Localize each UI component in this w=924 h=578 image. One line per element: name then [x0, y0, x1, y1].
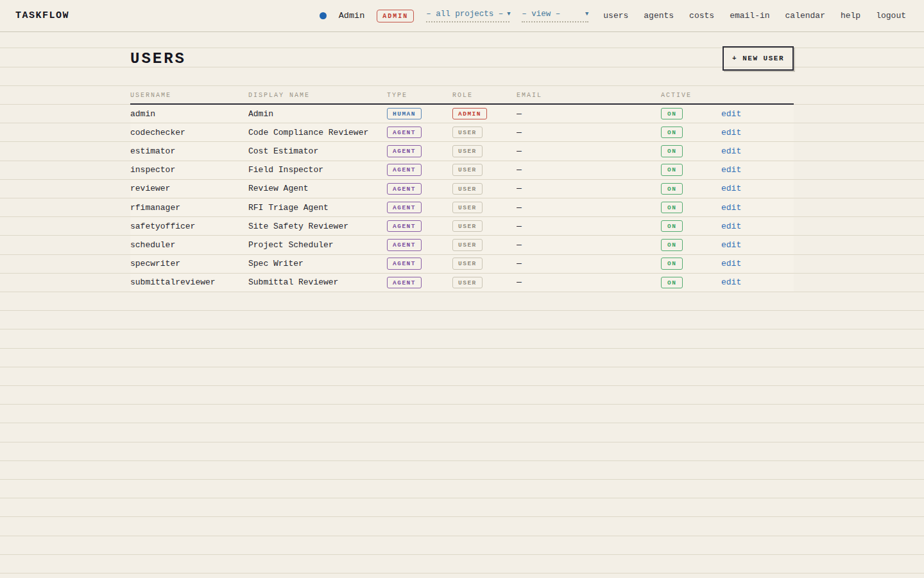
cell-display-name: Submittal Reviewer: [248, 277, 387, 287]
nav-link-users[interactable]: users: [603, 11, 628, 21]
chevron-down-icon: ▼: [585, 11, 588, 17]
cell-username: scheduler: [130, 240, 248, 250]
cell-username: specwriter: [130, 259, 248, 268]
cell-email: —: [517, 240, 661, 250]
role-badge: USER: [452, 127, 483, 138]
active-badge: ON: [661, 258, 683, 269]
edit-link[interactable]: edit: [721, 259, 741, 268]
edit-link[interactable]: edit: [721, 240, 741, 250]
table-row: inspector Field Inspector AGENT USER — O…: [130, 161, 794, 180]
page-header: USERS + NEW USER: [130, 42, 794, 74]
project-filter-value: – all projects –: [426, 10, 503, 19]
role-badge: USER: [452, 239, 483, 250]
table-row: reviewer Review Agent AGENT USER — ON ed…: [130, 180, 794, 198]
cell-display-name: RFI Triage Agent: [248, 203, 387, 213]
type-badge: AGENT: [387, 127, 422, 138]
cell-username: estimator: [130, 146, 248, 156]
cell-username: inspector: [130, 165, 248, 175]
view-dropdown-value: – view –: [522, 10, 560, 19]
table-row: estimator Cost Estimator AGENT USER — ON…: [130, 142, 794, 161]
current-user-role-badge: ADMIN: [377, 10, 414, 22]
edit-link[interactable]: edit: [721, 109, 741, 119]
column-header-type: TYPE: [387, 92, 452, 99]
cell-email: —: [517, 109, 661, 119]
view-dropdown[interactable]: – view – ▼: [522, 10, 588, 22]
cell-email: —: [517, 184, 661, 193]
table-row: rfimanager RFI Triage Agent AGENT USER —…: [130, 198, 794, 217]
nav-link-agents[interactable]: agents: [644, 11, 674, 21]
cell-username: safetyofficer: [130, 222, 248, 231]
nav-link-logout[interactable]: logout: [876, 11, 906, 21]
type-badge: AGENT: [387, 277, 422, 288]
type-badge: AGENT: [387, 164, 422, 175]
table-body: admin Admin HUMAN ADMIN — ON edit codech…: [130, 105, 794, 292]
nav-link-help[interactable]: help: [841, 11, 860, 21]
cell-display-name: Cost Estimator: [248, 146, 387, 156]
topbar-right-cluster: Admin ADMIN – all projects – ▼ – view – …: [320, 10, 906, 22]
role-badge: USER: [452, 202, 483, 213]
chevron-down-icon: ▼: [507, 11, 510, 17]
cell-display-name: Review Agent: [248, 184, 387, 193]
type-badge: AGENT: [387, 183, 422, 195]
edit-link[interactable]: edit: [721, 146, 741, 156]
type-badge: AGENT: [387, 202, 422, 213]
active-badge: ON: [661, 277, 683, 288]
cell-email: —: [517, 222, 661, 231]
active-badge: ON: [661, 183, 683, 195]
role-badge: USER: [452, 164, 483, 175]
type-badge: AGENT: [387, 239, 422, 250]
nav-link-email-in[interactable]: email-in: [730, 11, 769, 21]
active-badge: ON: [661, 108, 683, 119]
cell-display-name: Code Compliance Reviewer: [248, 128, 387, 137]
role-badge: USER: [452, 183, 483, 195]
status-dot-icon: [320, 12, 327, 19]
edit-link[interactable]: edit: [721, 184, 741, 193]
role-badge: USER: [452, 277, 483, 288]
cell-display-name: Spec Writer: [248, 259, 387, 268]
active-badge: ON: [661, 239, 683, 250]
app-logo: TASKFLOW: [15, 10, 69, 21]
edit-link[interactable]: edit: [721, 222, 741, 231]
cell-display-name: Site Safety Reviewer: [248, 222, 387, 231]
cell-email: —: [517, 259, 661, 268]
new-user-button[interactable]: + NEW USER: [723, 46, 794, 71]
column-header-username: USERNAME: [130, 92, 248, 99]
type-badge: HUMAN: [387, 108, 422, 119]
column-header-email: EMAIL: [517, 92, 661, 99]
edit-link[interactable]: edit: [721, 165, 741, 175]
current-user-name: Admin: [339, 11, 365, 21]
type-badge: AGENT: [387, 145, 422, 157]
table-row: safetyofficer Site Safety Reviewer AGENT…: [130, 217, 794, 236]
role-badge: USER: [452, 258, 483, 269]
page-title: USERS: [130, 50, 186, 67]
cell-email: —: [517, 277, 661, 287]
edit-link[interactable]: edit: [721, 128, 741, 137]
active-badge: ON: [661, 145, 683, 157]
active-badge: ON: [661, 164, 683, 175]
nav-link-calendar[interactable]: calendar: [785, 11, 825, 21]
role-badge: ADMIN: [452, 108, 487, 119]
project-filter-dropdown[interactable]: – all projects – ▼: [426, 10, 509, 22]
table-row: submittalreviewer Submittal Reviewer AGE…: [130, 274, 794, 292]
nav-link-costs[interactable]: costs: [689, 11, 714, 21]
cell-display-name: Project Scheduler: [248, 240, 387, 250]
cell-display-name: Field Inspector: [248, 165, 387, 175]
edit-link[interactable]: edit: [721, 203, 741, 213]
table-row: specwriter Spec Writer AGENT USER — ON e…: [130, 255, 794, 274]
cell-username: rfimanager: [130, 203, 248, 213]
type-badge: AGENT: [387, 258, 422, 269]
cell-username: admin: [130, 109, 248, 119]
column-header-display-name: DISPLAY NAME: [248, 92, 387, 99]
main-content: USERS + NEW USER USERNAME DISPLAY NAME T…: [130, 42, 794, 292]
users-table: USERNAME DISPLAY NAME TYPE ROLE EMAIL AC…: [130, 87, 794, 292]
active-badge: ON: [661, 202, 683, 213]
table-row: scheduler Project Scheduler AGENT USER —…: [130, 236, 794, 254]
edit-link[interactable]: edit: [721, 277, 741, 287]
cell-email: —: [517, 165, 661, 175]
role-badge: USER: [452, 145, 483, 157]
type-badge: AGENT: [387, 220, 422, 232]
column-header-role: ROLE: [452, 92, 517, 99]
cell-display-name: Admin: [248, 109, 387, 119]
main-nav: users agents costs email-in calendar hel…: [603, 11, 906, 21]
cell-username: reviewer: [130, 184, 248, 193]
